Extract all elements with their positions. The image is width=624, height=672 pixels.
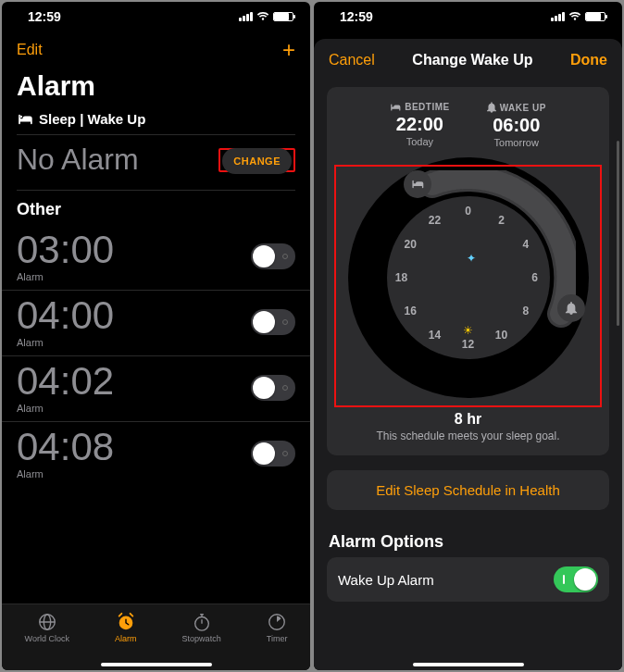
sheet-title: Change Wake Up <box>412 52 532 68</box>
bedtime-value[interactable]: 22:00 <box>390 114 450 135</box>
add-alarm-button[interactable]: + <box>282 37 295 63</box>
wakeup-col: WAKE UP 06:00 Tomorrow <box>487 102 546 148</box>
cellular-icon <box>239 12 253 21</box>
battery-icon <box>273 12 293 21</box>
night-icon: ✦ <box>467 252 476 265</box>
hour-label: 0 <box>465 205 471 218</box>
alarm-row[interactable]: 04:08 Alarm <box>2 422 310 487</box>
alarm-time: 04:08 <box>17 428 114 467</box>
status-bar: 12:59 <box>314 2 622 28</box>
wakeup-value[interactable]: 06:00 <box>487 115 546 136</box>
wakeup-day: Tomorrow <box>487 137 546 148</box>
sheet-header: Cancel Change Wake Up Done <box>314 39 622 81</box>
edit-health-button[interactable]: Edit Sleep Schedule in Health <box>327 470 609 510</box>
alarm-toggle[interactable] <box>251 243 295 269</box>
duration-block: 8 hr This schedule meets your sleep goal… <box>336 411 600 442</box>
battery-icon <box>585 12 605 21</box>
tab-bar: World Clock Alarm Stopwatch Timer <box>2 604 310 670</box>
alarm-clock-icon <box>116 612 136 632</box>
alarm-toggle[interactable] <box>251 375 295 401</box>
hour-label: 4 <box>523 238 530 251</box>
status-time: 12:59 <box>340 9 373 24</box>
alarm-row[interactable]: 03:00 Alarm <box>2 225 310 291</box>
sleep-dial[interactable]: 0246810121416182022 ✦ ☀ <box>348 157 589 398</box>
clock-face: 0246810121416182022 ✦ ☀ <box>387 196 550 359</box>
tab-world-clock[interactable]: World Clock <box>25 612 69 643</box>
nav-bar: Edit + <box>2 28 310 68</box>
hour-label: 6 <box>531 271 538 284</box>
wakeup-handle[interactable] <box>557 294 585 322</box>
alarm-time: 04:02 <box>17 362 114 401</box>
alarm-options-header: Alarm Options <box>314 519 622 557</box>
wakeup-label: WAKE UP <box>500 103 546 113</box>
tab-stopwatch[interactable]: Stopwatch <box>182 612 221 643</box>
tab-label: Alarm <box>115 634 137 643</box>
hour-label: 2 <box>498 214 505 227</box>
hour-label: 12 <box>462 338 474 351</box>
cancel-button[interactable]: Cancel <box>329 52 375 68</box>
alarm-label: Alarm <box>17 468 114 479</box>
status-indicators <box>551 12 605 21</box>
hour-label: 22 <box>429 214 441 227</box>
wakeup-alarm-toggle[interactable] <box>554 566 598 592</box>
sleep-dial-card: BEDTIME 22:00 Today WAKE UP 06:00 Tomorr… <box>327 87 609 455</box>
alarm-time: 03:00 <box>17 230 114 269</box>
modal-sheet: Cancel Change Wake Up Done BEDTIME 22:00… <box>314 39 622 670</box>
cellular-icon <box>551 12 565 21</box>
scroll-indicator[interactable] <box>617 141 619 326</box>
change-button[interactable]: CHANGE <box>222 148 292 174</box>
alarm-row[interactable]: 04:00 Alarm <box>2 291 310 356</box>
alarm-screen: 12:59 Edit + Alarm Sleep | Wake Up No Al… <box>2 2 310 670</box>
wifi-icon <box>256 12 269 21</box>
bedtime-label: BEDTIME <box>405 102 450 112</box>
highlight-box: CHANGE <box>218 148 295 172</box>
sun-icon: ☀ <box>463 324 473 337</box>
globe-icon <box>37 612 57 632</box>
status-time: 12:59 <box>28 9 61 24</box>
sleep-alarm-row: No Alarm CHANGE <box>2 135 310 190</box>
bed-icon <box>390 103 401 112</box>
home-indicator[interactable] <box>413 663 524 666</box>
wakeup-alarm-label: Wake Up Alarm <box>338 572 434 588</box>
page-title: Alarm <box>2 68 310 111</box>
tab-timer[interactable]: Timer <box>267 612 288 643</box>
alarm-label: Alarm <box>17 271 114 282</box>
bell-icon <box>565 302 578 315</box>
alarm-toggle[interactable] <box>251 441 295 467</box>
bedtime-wakeup-row: BEDTIME 22:00 Today WAKE UP 06:00 Tomorr… <box>336 102 600 148</box>
hour-label: 14 <box>429 329 441 342</box>
timer-icon <box>267 612 287 632</box>
bell-icon <box>487 102 496 113</box>
bedtime-day: Today <box>390 136 450 147</box>
bed-icon <box>17 114 33 125</box>
tab-label: Timer <box>267 634 288 643</box>
hour-label: 8 <box>523 305 530 317</box>
done-button[interactable]: Done <box>570 52 607 68</box>
hour-label: 16 <box>404 305 416 317</box>
alarm-row[interactable]: 04:02 Alarm <box>2 356 310 422</box>
tab-alarm[interactable]: Alarm <box>115 612 137 643</box>
no-alarm-text: No Alarm <box>17 143 139 177</box>
wakeup-alarm-row: Wake Up Alarm <box>327 557 609 602</box>
tab-label: World Clock <box>25 634 69 643</box>
hour-label: 18 <box>395 271 407 284</box>
stopwatch-icon <box>192 612 212 632</box>
duration-value: 8 hr <box>336 411 600 428</box>
bedtime-col: BEDTIME 22:00 Today <box>390 102 450 148</box>
duration-subtitle: This schedule meets your sleep goal. <box>336 429 600 442</box>
change-wakeup-screen: 12:59 Cancel Change Wake Up Done BEDTIME… <box>314 2 622 670</box>
status-indicators <box>239 12 293 21</box>
alarm-time: 04:00 <box>17 296 114 335</box>
svg-point-4 <box>194 617 208 631</box>
home-indicator[interactable] <box>101 663 212 666</box>
bed-icon <box>411 178 424 191</box>
hour-label: 10 <box>495 329 507 342</box>
bedtime-handle[interactable] <box>404 170 431 198</box>
hour-label: 20 <box>404 238 416 251</box>
sleep-section-label: Sleep | Wake Up <box>2 111 310 134</box>
edit-button[interactable]: Edit <box>17 42 43 58</box>
alarm-toggle[interactable] <box>251 309 295 335</box>
tab-label: Stopwatch <box>182 634 221 643</box>
wifi-icon <box>568 12 581 21</box>
alarm-label: Alarm <box>17 337 114 348</box>
